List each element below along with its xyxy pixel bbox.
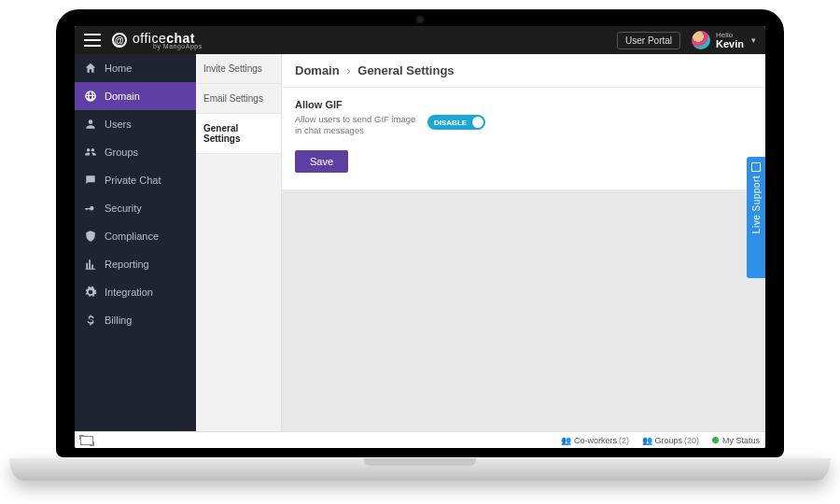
user-menu[interactable]: Hello Kevin ▾ bbox=[692, 31, 756, 49]
sub-nav: Invite Settings Email Settings General S… bbox=[196, 54, 282, 431]
sidebar-item-label: Domain bbox=[105, 91, 140, 102]
globe-icon bbox=[84, 90, 97, 103]
footer-coworkers[interactable]: 👥 Co-workers (2) bbox=[561, 436, 629, 445]
footer-status[interactable]: My Status bbox=[712, 436, 760, 445]
footer-coworkers-count: (2) bbox=[619, 436, 629, 445]
breadcrumb: Domain › General Settings bbox=[282, 54, 765, 88]
live-support-tab[interactable]: Live Support bbox=[747, 157, 765, 278]
sidebar-item-label: Users bbox=[105, 119, 132, 130]
expand-icon[interactable] bbox=[80, 436, 93, 445]
footer-bar: 👥 Co-workers (2) 👥 Groups (20) My Status bbox=[75, 431, 765, 448]
footer-groups-label: Groups bbox=[654, 436, 682, 445]
sidebar-item-label: Private Chat bbox=[105, 175, 161, 186]
status-dot-icon bbox=[712, 437, 719, 443]
brand-logo[interactable]: officechat by MangoApps bbox=[112, 32, 203, 49]
gear-icon bbox=[84, 286, 97, 299]
save-button[interactable]: Save bbox=[295, 150, 348, 173]
live-support-label: Live Support bbox=[751, 175, 762, 233]
sidebar-item-label: Security bbox=[105, 203, 142, 214]
setting-desc-allow-gif: Allow users to send GIF image in chat me… bbox=[295, 114, 416, 137]
support-icon bbox=[751, 162, 761, 172]
avatar bbox=[692, 31, 710, 49]
sidebar-item-compliance[interactable]: Compliance bbox=[75, 222, 196, 250]
shield-icon bbox=[84, 230, 97, 243]
user-icon bbox=[84, 118, 97, 131]
users-icon bbox=[84, 146, 97, 159]
sidebar-item-label: Home bbox=[105, 63, 132, 74]
sidebar-item-users[interactable]: Users bbox=[75, 110, 196, 138]
bar-chart-icon bbox=[84, 258, 97, 271]
breadcrumb-page: General Settings bbox=[357, 63, 454, 77]
sidebar-item-label: Billing bbox=[105, 315, 132, 326]
chat-icon bbox=[84, 174, 97, 187]
allow-gif-toggle[interactable]: DISABLE bbox=[427, 115, 485, 130]
users-small-icon: 👥 bbox=[561, 436, 571, 445]
sidebar-item-security[interactable]: Security bbox=[75, 194, 196, 222]
app-screen: officechat by MangoApps User Portal Hell… bbox=[75, 26, 765, 448]
sidebar: Home Domain Users Groups Private Chat bbox=[75, 54, 196, 431]
setting-title-allow-gif: Allow GIF bbox=[295, 99, 379, 110]
user-name: Kevin bbox=[716, 39, 744, 49]
brand-mark-icon bbox=[112, 33, 127, 48]
sidebar-item-billing[interactable]: Billing bbox=[75, 306, 196, 334]
dollar-icon bbox=[84, 314, 97, 327]
footer-groups-count: (20) bbox=[684, 436, 699, 445]
menu-toggle-icon[interactable] bbox=[84, 34, 101, 47]
breadcrumb-separator: › bbox=[346, 63, 350, 77]
toggle-knob-icon bbox=[472, 117, 483, 128]
breadcrumb-section: Domain bbox=[295, 63, 340, 77]
topbar: officechat by MangoApps User Portal Hell… bbox=[75, 26, 765, 54]
brand-subtitle: by MangoApps bbox=[153, 43, 203, 49]
footer-status-label: My Status bbox=[722, 436, 760, 445]
sidebar-item-integration[interactable]: Integration bbox=[75, 278, 196, 306]
user-portal-button[interactable]: User Portal bbox=[617, 32, 680, 49]
footer-coworkers-label: Co-workers bbox=[574, 436, 617, 445]
sidebar-item-label: Groups bbox=[105, 147, 138, 158]
sidebar-item-reporting[interactable]: Reporting bbox=[75, 250, 196, 278]
sidebar-item-private-chat[interactable]: Private Chat bbox=[75, 166, 196, 194]
groups-small-icon: 👥 bbox=[642, 436, 652, 445]
subnav-email-settings[interactable]: Email Settings bbox=[196, 84, 281, 114]
sidebar-item-label: Reporting bbox=[105, 259, 149, 270]
footer-groups[interactable]: 👥 Groups (20) bbox=[642, 436, 699, 445]
toggle-label: DISABLE bbox=[434, 119, 467, 127]
chevron-down-icon: ▾ bbox=[751, 35, 756, 45]
key-icon bbox=[84, 202, 97, 215]
subnav-invite-settings[interactable]: Invite Settings bbox=[196, 54, 281, 84]
home-icon bbox=[84, 62, 97, 75]
settings-panel: Allow GIF Allow users to send GIF image … bbox=[282, 88, 765, 189]
sidebar-item-label: Compliance bbox=[105, 231, 159, 242]
sidebar-item-domain[interactable]: Domain bbox=[75, 82, 196, 110]
subnav-general-settings[interactable]: General Settings bbox=[196, 114, 281, 154]
content-area: Domain › General Settings Allow GIF Allo… bbox=[282, 54, 765, 431]
sidebar-item-label: Integration bbox=[105, 287, 153, 298]
sidebar-item-home[interactable]: Home bbox=[75, 54, 196, 82]
sidebar-item-groups[interactable]: Groups bbox=[75, 138, 196, 166]
